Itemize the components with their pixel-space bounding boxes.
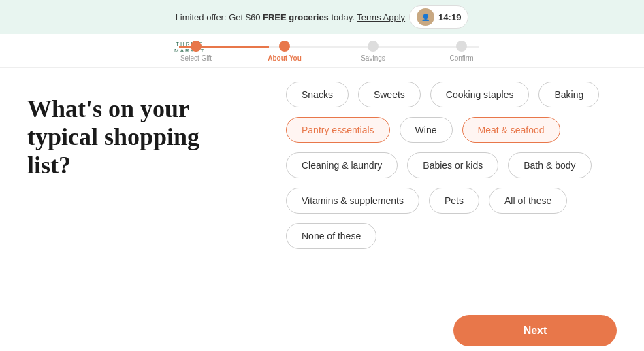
step-label-4: Confirm (449, 54, 473, 62)
next-button[interactable]: Next (453, 315, 617, 346)
step-savings: Savings (329, 41, 417, 62)
step-confirm: Confirm (417, 41, 506, 62)
timer-badge: 👤 14:19 (409, 5, 468, 29)
timer-value: 14:19 (438, 12, 461, 22)
step-dot-3 (368, 41, 379, 52)
option-cooking-staples[interactable]: Cooking staples (430, 82, 530, 107)
option-meat-seafood[interactable]: Meat & seafood (462, 117, 560, 143)
top-banner: Limited offer: Get $60 FREE groceries to… (0, 0, 644, 34)
option-pets[interactable]: Pets (429, 188, 479, 214)
options-row-5: None of these (286, 223, 624, 249)
bottom-bar: Next (0, 310, 644, 351)
options-grid: Snacks Sweets Cooking staples Baking Pan… (286, 82, 624, 249)
step-about-you: About You (240, 41, 329, 62)
banner-text: Limited offer: Get $60 FREE groceries to… (176, 12, 405, 22)
step-label-1: Select Gift (180, 54, 212, 62)
option-babies-kids[interactable]: Babies or kids (407, 152, 498, 178)
step-dot-2 (279, 41, 290, 52)
main-content: What's on your typical shopping list? Sn… (0, 68, 644, 351)
step-label-3: Savings (361, 54, 385, 62)
timer-avatar: 👤 (417, 8, 434, 26)
progress-area: THRIVE MARKET Select Gift About You Savi… (0, 34, 644, 68)
terms-link[interactable]: Terms Apply (357, 12, 405, 22)
option-none-of-these[interactable]: None of these (286, 223, 376, 249)
left-panel: What's on your typical shopping list? (0, 68, 265, 351)
step-dot-1 (191, 41, 202, 52)
options-row-4: Vitamins & supplements Pets All of these (286, 188, 624, 214)
options-row-2: Pantry essentials Wine Meat & seafood (286, 117, 624, 143)
option-cleaning-laundry[interactable]: Cleaning & laundry (286, 152, 398, 178)
options-row-3: Cleaning & laundry Babies or kids Bath &… (286, 152, 624, 178)
option-snacks[interactable]: Snacks (286, 82, 349, 107)
right-panel: Snacks Sweets Cooking staples Baking Pan… (265, 68, 644, 351)
step-label-2: About You (268, 54, 302, 62)
option-wine[interactable]: Wine (400, 117, 453, 143)
option-bath-body[interactable]: Bath & body (508, 152, 591, 178)
step-select-gift: Select Gift (152, 41, 240, 62)
page-title: What's on your typical shopping list? (27, 95, 238, 180)
step-dot-4 (456, 41, 467, 52)
option-baking[interactable]: Baking (538, 82, 599, 107)
progress-steps: Select Gift About You Savings Confirm (152, 41, 506, 62)
options-row-1: Snacks Sweets Cooking staples Baking (286, 82, 624, 107)
option-vitamins-supplements[interactable]: Vitamins & supplements (286, 188, 419, 214)
option-pantry-essentials[interactable]: Pantry essentials (286, 117, 390, 143)
option-sweets[interactable]: Sweets (358, 82, 421, 107)
option-all-of-these[interactable]: All of these (489, 188, 567, 214)
